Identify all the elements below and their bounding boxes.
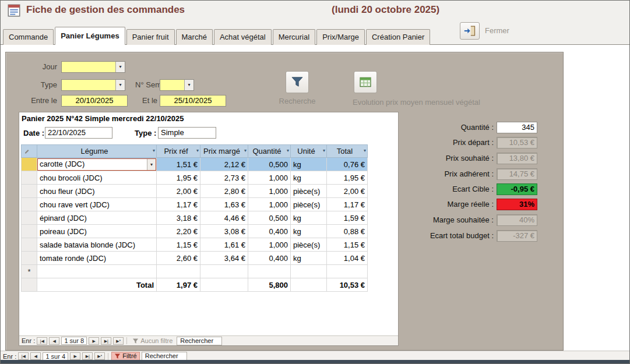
- chevron-down-icon[interactable]: ▾: [153, 148, 155, 153]
- cell-prix-ref[interactable]: 1,51 €: [157, 158, 200, 171]
- empty-cell[interactable]: [200, 265, 248, 278]
- cell-legume[interactable]: poireau (JDC): [37, 225, 157, 238]
- legume-cell[interactable]: carotte (JDC) ▾: [37, 158, 157, 171]
- new-record-button[interactable]: ▶*: [94, 352, 105, 360]
- tab-marche[interactable]: Marché: [176, 29, 213, 45]
- filter-state-button[interactable]: Filtré: [111, 352, 139, 361]
- next-record-button[interactable]: ▶: [70, 352, 80, 360]
- chevron-down-icon[interactable]: ▾: [287, 148, 289, 153]
- cell-prix-marge[interactable]: 4,46 €: [200, 211, 248, 225]
- col-header-total[interactable]: Total▾: [327, 145, 368, 158]
- cell-total[interactable]: 1,15 €: [327, 238, 368, 252]
- cell-quantite[interactable]: 0,500: [248, 211, 291, 225]
- cell-prix-ref[interactable]: 2,00 €: [157, 185, 200, 198]
- cell-quantite[interactable]: 0,400: [248, 225, 291, 238]
- date-input[interactable]: 22/10/2025: [45, 127, 112, 139]
- cell-unite[interactable]: kg: [291, 171, 327, 185]
- empty-cell[interactable]: [248, 265, 291, 278]
- row-selector[interactable]: [22, 211, 37, 225]
- cell-prix-marge[interactable]: 2,73 €: [200, 171, 248, 185]
- evolution-button[interactable]: [354, 71, 377, 93]
- chevron-down-icon[interactable]: ▾: [244, 148, 247, 153]
- fermer-button[interactable]: [460, 22, 480, 40]
- last-record-button[interactable]: ▶|: [101, 337, 111, 345]
- entre-le-input[interactable]: 20/10/2025: [61, 95, 128, 107]
- cell-legume[interactable]: chou rave vert (JDC): [37, 198, 157, 211]
- cell-legume[interactable]: salade batavia blonde (JDC): [37, 238, 157, 252]
- row-selector[interactable]: [22, 252, 37, 265]
- search-box[interactable]: Rechercher: [142, 352, 187, 361]
- chevron-down-icon[interactable]: ▾: [364, 148, 366, 153]
- col-header-unite[interactable]: Unité▾: [291, 145, 327, 158]
- cell-quantite[interactable]: 0,400: [248, 252, 291, 265]
- first-record-button[interactable]: |◀: [37, 337, 47, 345]
- tab-mercurial[interactable]: Mercurial: [273, 29, 315, 45]
- cell-prix-ref[interactable]: 2,60 €: [157, 252, 200, 265]
- chevron-down-icon[interactable]: ▾: [323, 148, 325, 153]
- chevron-down-icon[interactable]: ▾: [196, 148, 199, 153]
- type-input[interactable]: Simple: [158, 127, 216, 139]
- col-header-quantite[interactable]: Quantité▾: [248, 145, 291, 158]
- empty-cell[interactable]: [157, 265, 200, 278]
- cell-quantite[interactable]: 1,000: [248, 171, 291, 185]
- empty-cell[interactable]: [327, 265, 368, 278]
- new-record-button[interactable]: ▶*: [113, 337, 124, 345]
- cell-quantite[interactable]: 1,000: [248, 238, 291, 252]
- jour-combo[interactable]: ▾: [61, 61, 125, 73]
- chevron-down-icon[interactable]: ▾: [147, 159, 156, 170]
- cell-prix-marge[interactable]: 1,63 €: [200, 198, 248, 211]
- select-all-corner[interactable]: [22, 145, 37, 158]
- cell-prix-ref[interactable]: 3,18 €: [157, 211, 200, 225]
- cell-total[interactable]: 1,95 €: [327, 171, 368, 185]
- tab-creation-panier[interactable]: Création Panier: [366, 29, 430, 45]
- cell-total[interactable]: 1,04 €: [327, 252, 368, 265]
- type-combo[interactable]: ▾: [61, 79, 125, 91]
- cell-unite[interactable]: pièce(s): [291, 185, 327, 198]
- cell-prix-ref[interactable]: 1,17 €: [157, 198, 200, 211]
- empty-cell[interactable]: [291, 265, 327, 278]
- cell-unite[interactable]: kg: [291, 211, 327, 225]
- cell-quantite[interactable]: 0,500: [248, 158, 291, 171]
- new-record-selector[interactable]: *: [22, 265, 37, 278]
- cell-unite[interactable]: pièce(s): [291, 198, 327, 211]
- cell-prix-marge[interactable]: 2,80 €: [200, 185, 248, 198]
- first-record-button[interactable]: |◀: [18, 352, 29, 360]
- cell-legume[interactable]: chou fleur (JDC): [37, 185, 157, 198]
- cell-prix-marge[interactable]: 1,61 €: [200, 238, 248, 252]
- search-box[interactable]: Rechercher: [177, 337, 222, 345]
- et-le-input[interactable]: 25/10/2025: [160, 95, 226, 107]
- cell-quantite[interactable]: 1,000: [248, 198, 291, 211]
- chevron-down-icon[interactable]: ▾: [115, 80, 125, 90]
- cell-legume[interactable]: chou brocoli (JDC): [37, 171, 157, 185]
- cell-legume[interactable]: épinard (JDC): [37, 211, 157, 225]
- last-record-button[interactable]: ▶|: [82, 352, 93, 360]
- cell-prix-marge[interactable]: 2,12 €: [200, 158, 248, 171]
- cell-prix-ref[interactable]: 2,20 €: [157, 225, 200, 238]
- chevron-down-icon[interactable]: ▾: [184, 80, 193, 90]
- chevron-down-icon[interactable]: ▾: [115, 62, 125, 72]
- tab-commande[interactable]: Commande: [3, 29, 54, 45]
- row-selector[interactable]: [22, 198, 37, 211]
- row-selector[interactable]: [22, 238, 37, 252]
- num-sem-combo[interactable]: ▾: [160, 79, 194, 91]
- tab-prix-marge[interactable]: Prix/Marge: [316, 29, 365, 45]
- tab-panier-fruit[interactable]: Panier fruit: [126, 29, 175, 45]
- cell-total[interactable]: 0,76 €: [327, 158, 368, 171]
- cell-unite[interactable]: kg: [291, 158, 327, 171]
- previous-record-button[interactable]: ◀: [30, 352, 41, 360]
- quantite-field[interactable]: 345: [497, 122, 537, 133]
- cell-prix-marge[interactable]: 3,08 €: [200, 225, 248, 238]
- col-header-prix-marge[interactable]: Prix margé▾: [200, 145, 248, 158]
- record-position[interactable]: 1 sur 8: [61, 337, 87, 345]
- cell-quantite[interactable]: 1,000: [248, 185, 291, 198]
- col-header-prix-ref[interactable]: Prix réf▾: [157, 145, 200, 158]
- cell-unite[interactable]: kg: [291, 252, 327, 265]
- next-record-button[interactable]: ▶: [89, 337, 99, 345]
- cell-prix-ref[interactable]: 1,15 €: [157, 238, 200, 252]
- cell-prix-ref[interactable]: 1,95 €: [157, 171, 200, 185]
- previous-record-button[interactable]: ◀: [49, 337, 59, 345]
- col-header-legume[interactable]: Légume▾: [37, 145, 157, 158]
- cell-legume[interactable]: tomate ronde (JDC): [37, 252, 157, 265]
- row-selector[interactable]: [22, 185, 37, 198]
- cell-total[interactable]: 2,00 €: [327, 185, 368, 198]
